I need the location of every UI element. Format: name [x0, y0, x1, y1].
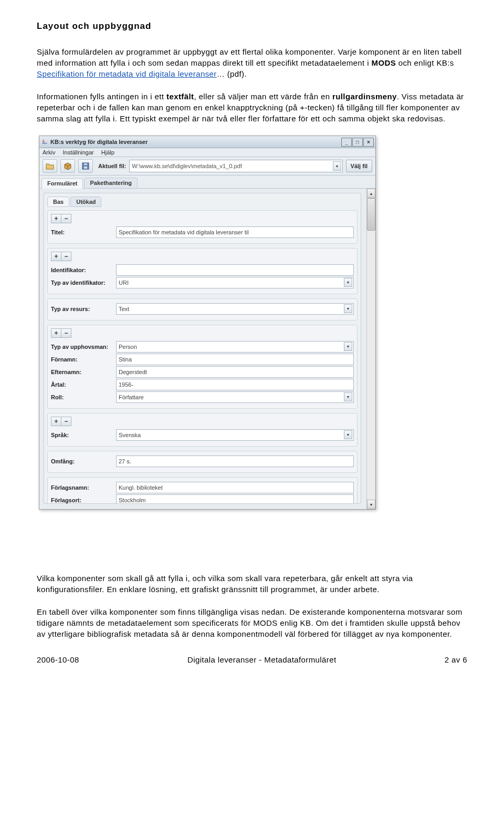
subtab-utokad[interactable]: Utökad: [70, 197, 101, 207]
subtab-bas[interactable]: Bas: [47, 197, 69, 207]
input-titel[interactable]: Specifikation för metadata vid digitala …: [116, 226, 354, 238]
minimize-button[interactable]: _: [341, 138, 352, 147]
menubar: Arkiv Inställningar Hjälp: [39, 148, 375, 157]
label-typ-upphovsman: Typ av upphovsman:: [51, 344, 116, 350]
sub-tabs: Bas Utökad: [47, 197, 358, 207]
value: Stina: [119, 356, 132, 363]
window-titlebar: KB:s verktyg för digitala leveranser _ □…: [39, 136, 375, 148]
label-efternamn: Efternamn:: [51, 369, 116, 375]
plusminus-titel: + −: [51, 214, 71, 223]
section-heading: Layout och uppbyggnad: [37, 21, 467, 32]
svg-rect-2: [84, 163, 87, 165]
group-forlag: Förlagsnamn: Kungl. biblioteket Förlagso…: [47, 477, 358, 504]
label-typ-resurs: Typ av resurs:: [51, 306, 116, 312]
plus-button[interactable]: +: [51, 417, 61, 426]
input-fornamn[interactable]: Stina: [116, 354, 354, 365]
scroll-thumb[interactable]: [367, 198, 375, 231]
open-file-icon[interactable]: [43, 159, 57, 173]
plusminus-sprak: + −: [51, 417, 71, 426]
value: Kungl. biblioteket: [119, 484, 163, 491]
menu-arkiv[interactable]: Arkiv: [43, 149, 55, 156]
scroll-track[interactable]: [367, 231, 375, 500]
path-text: W:\www.kb.se\dl\diglev\metadata_v1_0.pdf: [132, 163, 242, 169]
footer-title: Digitala leveranser - Metadataformuläret: [187, 655, 337, 664]
group-omfang: Omfång: 27 s.: [47, 451, 358, 473]
paragraph-2: Informationen fylls antingen in i ett te…: [37, 91, 467, 124]
input-forlagsnamn[interactable]: Kungl. biblioteket: [116, 482, 354, 493]
label-omfang: Omfång:: [51, 458, 116, 464]
label-typ-identifikator: Typ av identifikator:: [51, 280, 116, 286]
group-sprak: + − Språk: Svenska: [47, 413, 358, 447]
minus-button[interactable]: −: [61, 417, 71, 426]
input-omfang[interactable]: 27 s.: [116, 456, 354, 467]
minus-button[interactable]: −: [61, 214, 71, 223]
text: och enligt KB:s: [396, 58, 454, 67]
group-identifikator: + − Identifikator: Typ av identifikator:…: [47, 248, 358, 294]
paragraph-1: Själva formulärdelen av programmet är up…: [37, 46, 467, 79]
text: , eller så väljer man ett värde från en: [194, 92, 332, 101]
valj-fil-button[interactable]: Välj fil: [346, 160, 372, 172]
spec-link[interactable]: Specifikation för metadata vid digitala …: [37, 69, 217, 78]
label-roll: Roll:: [51, 394, 116, 400]
label-forlagsnamn: Förlagsnamn:: [51, 484, 116, 491]
input-artal[interactable]: 1956-: [116, 379, 354, 390]
current-file-path[interactable]: W:\www.kb.se\dl\diglev\metadata_v1_0.pdf…: [129, 160, 342, 172]
menu-installningar[interactable]: Inställningar: [62, 149, 93, 156]
plus-button[interactable]: +: [51, 252, 61, 261]
text: … (pdf).: [217, 69, 247, 78]
close-button[interactable]: ×: [363, 138, 374, 147]
plusminus-identifikator: + −: [51, 252, 71, 261]
value: Specifikation för metadata vid digitala …: [119, 229, 249, 235]
java-icon: [41, 138, 48, 146]
menu-hjalp[interactable]: Hjälp: [101, 149, 114, 156]
label-artal: Årtal:: [51, 381, 116, 388]
input-efternamn[interactable]: Degerstedt: [116, 366, 354, 378]
tab-pakethantering[interactable]: Pakethantering: [84, 178, 137, 188]
app-screenshot: KB:s verktyg för digitala leveranser _ □…: [39, 136, 376, 510]
input-forlagsort[interactable]: Stockholm: [116, 494, 354, 504]
scroll-up-icon[interactable]: ▴: [367, 189, 375, 198]
minus-button[interactable]: −: [61, 252, 71, 261]
select-roll[interactable]: Författare: [116, 391, 354, 403]
value: Text: [119, 306, 129, 312]
plus-button[interactable]: +: [51, 214, 61, 223]
value: Svenska: [119, 432, 141, 438]
package-icon[interactable]: [60, 159, 75, 173]
plus-button[interactable]: +: [51, 328, 61, 338]
value: Författare: [119, 394, 144, 400]
input-identifikator[interactable]: [116, 264, 354, 276]
group-resurs: Typ av resurs: Text: [47, 298, 358, 320]
window-controls: _ □ ×: [341, 138, 374, 147]
label-forlagsort: Förlagsort:: [51, 497, 116, 503]
scroll-down-icon[interactable]: ▾: [367, 500, 375, 509]
paragraph-3: Vilka komponenter som skall gå att fylla…: [37, 573, 467, 595]
select-typ-resurs[interactable]: Text: [116, 303, 354, 315]
main-tabs: Formuläret Pakethantering: [39, 175, 375, 189]
maximize-button[interactable]: □: [352, 138, 363, 147]
vertical-scrollbar[interactable]: ▴ ▾: [366, 189, 375, 509]
tab-formularet[interactable]: Formuläret: [41, 178, 83, 189]
label-fornamn: Förnamn:: [51, 356, 116, 363]
value: Stockholm: [119, 497, 145, 503]
aktuell-fil-label: Aktuell fil:: [98, 163, 126, 169]
label-titel: Titel:: [51, 229, 116, 235]
minus-button[interactable]: −: [61, 328, 71, 338]
chevron-down-icon[interactable]: ▾: [333, 161, 341, 171]
value: 1956-: [119, 381, 133, 388]
label-identifikator: Identifikator:: [51, 267, 116, 273]
plusminus-upphovsman: + −: [51, 328, 71, 338]
value: URI: [119, 280, 129, 286]
select-typ-upphovsman[interactable]: Person: [116, 341, 354, 353]
select-typ-identifikator[interactable]: URI: [116, 277, 354, 288]
text: Informationen fylls antingen in i ett: [37, 92, 166, 101]
page-footer: 2006-10-08 Digitala leveranser - Metadat…: [37, 655, 467, 668]
mods-term: MODS: [371, 58, 396, 67]
toolbar: Aktuell fil: W:\www.kb.se\dl\diglev\meta…: [39, 157, 375, 175]
group-upphovsman: + − Typ av upphovsman: Person Förnamn: S…: [47, 325, 358, 409]
textfalt-term: textfält: [166, 92, 194, 101]
label-sprak: Språk:: [51, 432, 116, 438]
window-title: KB:s verktyg för digitala leveranser: [50, 139, 148, 145]
select-sprak[interactable]: Svenska: [116, 429, 354, 441]
save-icon[interactable]: [78, 159, 93, 173]
paragraph-4: En tabell över vilka komponenter som fin…: [37, 606, 467, 639]
